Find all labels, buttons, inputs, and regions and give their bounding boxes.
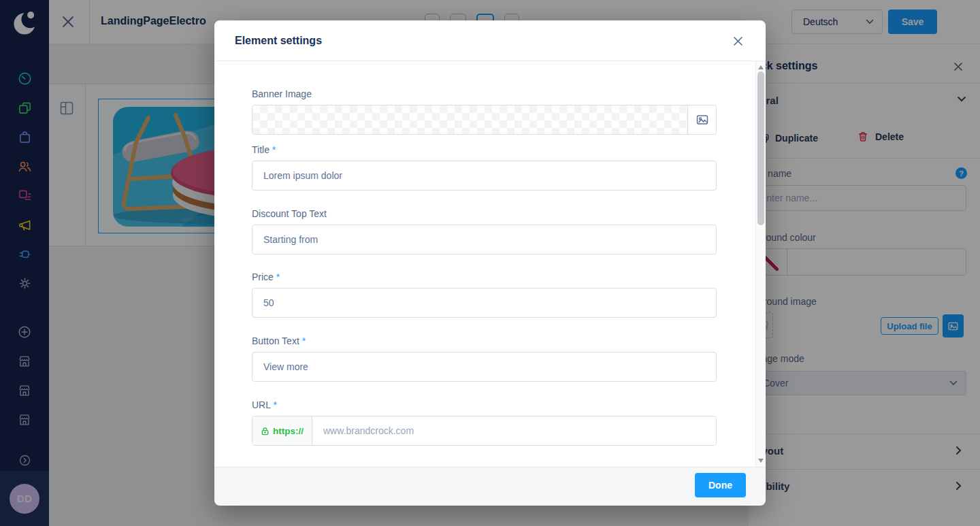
required-marker: * <box>302 335 306 346</box>
url-input[interactable] <box>312 416 716 445</box>
modal-footer: Done <box>214 467 766 505</box>
title-label-text: Title <box>252 144 270 155</box>
discount-top-text-field: Discount Top Text <box>252 208 717 254</box>
title-input[interactable] <box>252 161 717 191</box>
url-label: URL * <box>252 399 717 410</box>
url-label-text: URL <box>252 399 271 410</box>
button-text-field: Button Text * <box>252 335 717 382</box>
title-label: Title * <box>252 144 717 155</box>
scrollbar-up-arrow-icon[interactable] <box>758 65 764 69</box>
required-marker: * <box>272 144 276 155</box>
media-transparency-preview <box>252 105 687 134</box>
modal-header: Element settings <box>214 20 766 61</box>
banner-image-media-box[interactable] <box>252 105 717 135</box>
required-marker: * <box>273 399 276 410</box>
url-field: URL * https:// <box>252 399 717 446</box>
required-marker: * <box>276 272 280 282</box>
price-label: Price * <box>252 272 717 282</box>
done-button[interactable]: Done <box>695 473 746 497</box>
element-settings-modal: Element settings Banner Image Title * <box>214 20 766 506</box>
url-protocol-text: https:// <box>273 426 304 436</box>
url-protocol-prefix: https:// <box>252 416 312 445</box>
url-input-group: https:// <box>252 416 717 446</box>
button-text-label: Button Text * <box>252 335 717 346</box>
discount-top-text-input[interactable] <box>252 225 717 254</box>
button-text-label-text: Button Text <box>252 335 299 346</box>
title-field: Title * <box>252 144 717 191</box>
image-icon <box>696 113 709 127</box>
scrollbar-thumb[interactable] <box>757 71 764 225</box>
price-input[interactable] <box>252 288 717 318</box>
modal-close-icon[interactable] <box>733 36 743 46</box>
scrollbar-down-arrow-icon[interactable] <box>758 459 764 463</box>
price-field: Price * <box>252 272 717 318</box>
modal-body: Banner Image Title * Discount Top Text P… <box>214 61 766 467</box>
banner-image-field: Banner Image <box>252 88 717 135</box>
lock-icon <box>261 427 270 435</box>
open-media-library-button[interactable] <box>687 105 716 134</box>
modal-scrollbar[interactable] <box>755 61 766 467</box>
button-text-input[interactable] <box>252 352 717 382</box>
banner-image-label: Banner Image <box>252 88 717 99</box>
modal-title: Element settings <box>235 35 322 47</box>
price-label-text: Price <box>252 272 274 282</box>
discount-top-text-label: Discount Top Text <box>252 208 717 219</box>
